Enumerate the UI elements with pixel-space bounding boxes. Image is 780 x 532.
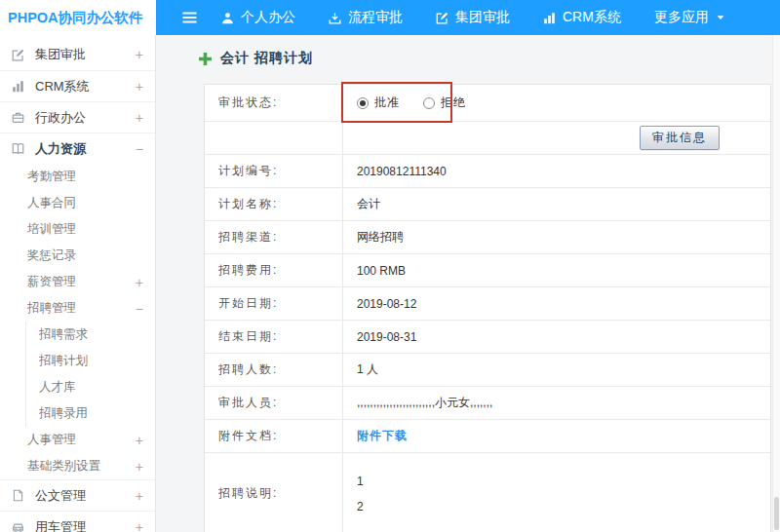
field-label: 审批状态: [205, 85, 343, 121]
sidebar-item-hr[interactable]: 人力资源− [0, 133, 155, 164]
sidebar-item-vehicle[interactable]: 用车管理+ [0, 511, 155, 532]
field-label-empty [205, 122, 343, 154]
sidebar-item-salary[interactable]: 薪资管理+ [0, 269, 155, 295]
button-row: 审批信息 [205, 122, 770, 155]
sidebar-item-group-approval[interactable]: 集团审批+ [0, 39, 155, 70]
radio-reject[interactable]: 拒绝 [423, 95, 466, 111]
expand-icon[interactable]: + [136, 80, 143, 94]
edit-square-icon [436, 12, 448, 24]
sidebar-item-recruit-plan[interactable]: 招聘计划 [0, 348, 155, 374]
detail-row: 招聘渠道:网络招聘 [205, 221, 770, 254]
field-label: 招聘说明: [205, 453, 343, 532]
detail-row: 开始日期:2019-08-12 [205, 287, 770, 321]
radio-approve[interactable]: 批准 [357, 95, 400, 111]
field-label: 招聘人数: [205, 354, 343, 386]
sidebar-item-admin-office[interactable]: 行政办公+ [0, 101, 155, 133]
detail-row: 招聘费用:100 RMB [205, 254, 770, 287]
sidebar-item-document[interactable]: 公文管理+ [0, 479, 155, 511]
field-value: 2019-08-12 [343, 287, 770, 320]
radio-reject-label: 拒绝 [441, 95, 466, 111]
collapse-icon[interactable]: − [136, 302, 143, 316]
hamburger-menu-icon[interactable] [181, 11, 198, 24]
sidebar-item-label: 招聘需求 [39, 326, 88, 343]
sidebar-item-personnel[interactable]: 人事管理+ [0, 427, 155, 453]
expand-icon[interactable]: + [136, 111, 143, 125]
sidebar-item-training[interactable]: 培训管理 [0, 216, 155, 243]
field-value: 2019-08-31 [343, 321, 770, 353]
sidebar-item-label: 人才库 [39, 379, 76, 396]
nav-more-apps[interactable]: 更多应用 [654, 9, 725, 26]
nav-label: 更多应用 [654, 9, 709, 26]
sidebar-item-label: 人事管理 [27, 432, 76, 448]
expand-icon[interactable]: + [136, 460, 143, 474]
scrollbar-thumb[interactable] [774, 497, 779, 530]
expand-icon[interactable]: + [136, 48, 143, 61]
field-value: 网络招聘 [343, 221, 770, 253]
sidebar-item-contract[interactable]: 人事合同 [0, 190, 155, 216]
sidebar-item-base-category[interactable]: 基础类别设置+ [0, 453, 155, 479]
sidebar-item-label: 招聘管理 [27, 300, 76, 317]
field-label: 开始日期: [205, 287, 343, 320]
bar-chart-icon [12, 80, 26, 93]
sidebar-item-recruit[interactable]: 招聘管理− [0, 295, 155, 322]
sidebar-item-recruit-hire[interactable]: 招聘录用 [0, 400, 155, 427]
workflow-icon [329, 12, 341, 24]
attachment-download-link[interactable]: 附件下载 [357, 428, 408, 444]
status-row: 审批状态: 批准 拒绝 [205, 85, 770, 122]
sidebar-item-label: 基础类别设置 [27, 458, 100, 475]
bar-chart-icon [543, 12, 556, 24]
sidebar-item-attendance[interactable]: 考勤管理 [0, 164, 155, 190]
detail-row: 招聘人数:1 人 [205, 354, 770, 387]
sidebar-item-label: 招聘计划 [39, 353, 88, 369]
collapse-icon[interactable]: − [136, 142, 143, 156]
expand-icon[interactable]: + [136, 434, 143, 447]
approve-info-button[interactable]: 审批信息 [640, 126, 720, 150]
add-plus-icon [199, 53, 212, 65]
sidebar-item-label: 集团审批 [35, 46, 86, 63]
sidebar-item-label: 行政办公 [35, 109, 86, 127]
detail-row: 结束日期:2019-08-31 [205, 321, 770, 354]
detail-form: 审批状态: 批准 拒绝 审批信息 [204, 84, 771, 532]
caret-down-icon [716, 13, 725, 22]
sidebar-item-label: 人事合同 [27, 195, 76, 211]
radio-checked-icon[interactable] [357, 97, 369, 109]
car-icon [12, 520, 26, 532]
top-nav: 个人办公流程审批集团审批CRM系统更多应用 [221, 9, 725, 26]
book-icon [12, 142, 26, 155]
scrollbar-track[interactable] [772, 35, 780, 532]
page-title: 会计 招聘计划 [199, 50, 313, 67]
nav-personal-office[interactable]: 个人办公 [221, 9, 295, 26]
sidebar-item-label: 考勤管理 [27, 169, 76, 185]
detail-row: 招聘说明:12 [205, 453, 770, 532]
detail-row: 附件文档:附件下载 [205, 420, 770, 453]
expand-icon[interactable]: + [136, 276, 143, 289]
sidebar: 集团审批+CRM系统+行政办公+人力资源−考勤管理人事合同培训管理奖惩记录薪资管… [0, 35, 156, 532]
field-label: 计划编号: [205, 155, 343, 187]
button-cell: 审批信息 [343, 122, 770, 154]
person-icon [221, 12, 234, 24]
nav-group-approval[interactable]: 集团审批 [436, 9, 510, 26]
field-label: 审批人员: [205, 387, 343, 419]
briefcase-icon [12, 111, 26, 124]
field-value: 会计 [343, 188, 770, 220]
sidebar-item-talent-pool[interactable]: 人才库 [0, 374, 155, 400]
expand-icon[interactable]: + [136, 520, 143, 532]
nav-workflow-approval[interactable]: 流程审批 [329, 9, 403, 26]
radio-unchecked-icon[interactable] [423, 97, 435, 109]
sidebar-item-rewards[interactable]: 奖惩记录 [0, 243, 155, 269]
sidebar-item-crm[interactable]: CRM系统+ [0, 70, 155, 101]
nav-label: 集团审批 [455, 9, 510, 26]
nav-crm-system[interactable]: CRM系统 [543, 9, 621, 26]
sidebar-item-label: 薪资管理 [27, 274, 76, 290]
detail-row: 计划编号:20190812111340 [205, 155, 770, 188]
expand-icon[interactable]: + [136, 489, 143, 503]
description-line: 1 [357, 475, 364, 488]
main-content: 会计 招聘计划 审批状态: 批准 拒绝 [157, 35, 780, 532]
sidebar-item-label: 奖惩记录 [27, 247, 76, 264]
field-value: 12 [343, 453, 770, 532]
sidebar-item-recruit-demand[interactable]: 招聘需求 [0, 322, 155, 348]
radio-approve-label: 批准 [374, 95, 400, 111]
field-label: 招聘费用: [205, 254, 343, 286]
sidebar-item-label: 招聘录用 [39, 405, 88, 422]
field-label: 附件文档: [205, 420, 343, 452]
